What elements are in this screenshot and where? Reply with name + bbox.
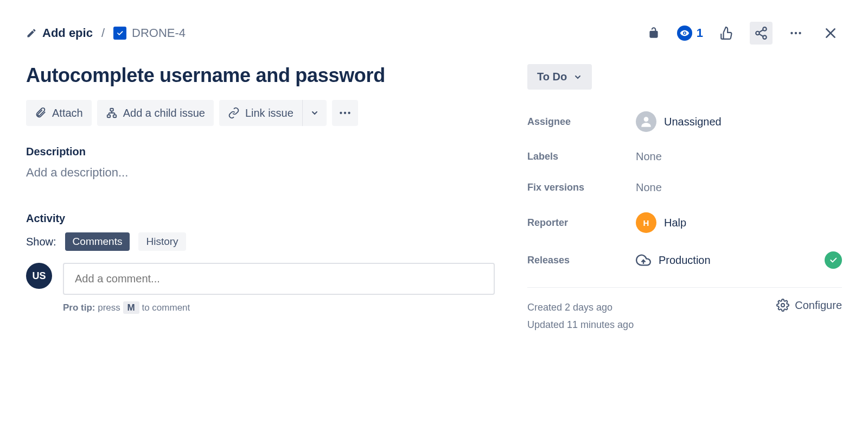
attach-button[interactable]: Attach [26, 100, 92, 126]
more-actions-button[interactable] [784, 22, 807, 45]
reporter-avatar: H [636, 212, 656, 233]
share-icon [754, 26, 768, 40]
breadcrumb-separator: / [101, 26, 105, 40]
svg-rect-12 [113, 115, 116, 118]
issue-title[interactable]: Autocomplete username and password [26, 64, 495, 87]
gear-icon [776, 299, 789, 312]
add-child-label: Add a child issue [123, 107, 205, 119]
comment-input[interactable] [63, 263, 495, 295]
svg-point-2 [763, 35, 767, 39]
issue-key-text: DRONE-4 [132, 26, 186, 40]
svg-point-13 [340, 112, 342, 114]
unassigned-avatar-icon [636, 111, 656, 132]
chevron-down-icon [310, 109, 319, 117]
labels-label: Labels [527, 151, 636, 162]
labels-field[interactable]: None [636, 150, 842, 163]
like-button[interactable] [715, 22, 738, 45]
watch-icon [677, 26, 692, 41]
svg-point-5 [790, 32, 793, 34]
description-field[interactable]: Add a description... [26, 166, 495, 180]
assignee-label: Assignee [527, 116, 636, 128]
thumbs-up-icon [719, 26, 733, 40]
svg-point-1 [756, 31, 760, 35]
header-actions: 1 [642, 22, 842, 45]
configure-label: Configure [795, 299, 842, 312]
releases-value: Production [659, 254, 711, 267]
divider [527, 287, 842, 288]
svg-point-14 [344, 112, 346, 114]
activity-heading: Activity [26, 212, 495, 225]
svg-point-0 [763, 27, 767, 31]
svg-point-16 [644, 117, 649, 122]
lock-button[interactable] [642, 22, 665, 45]
reporter-label: Reporter [527, 217, 636, 229]
issue-key-link[interactable]: DRONE-4 [113, 26, 186, 40]
pencil-icon [26, 28, 37, 39]
unlock-icon [647, 26, 661, 40]
fix-versions-label: Fix versions [527, 182, 636, 193]
close-icon [824, 26, 838, 40]
attach-label: Attach [52, 107, 83, 119]
fix-versions-field[interactable]: None [636, 181, 842, 194]
assignee-value: Unassigned [664, 116, 722, 128]
timestamps: Created 2 days ago Updated 11 minutes ag… [527, 299, 634, 334]
reporter-value: Halp [664, 217, 686, 229]
svg-point-6 [795, 32, 797, 34]
pro-tip-text: Pro tip: press M to comment [63, 302, 495, 313]
svg-point-7 [799, 32, 801, 34]
share-button[interactable] [750, 22, 773, 45]
svg-line-4 [759, 34, 763, 36]
tab-history[interactable]: History [138, 232, 186, 251]
child-issue-icon [106, 107, 118, 119]
key-badge: M [123, 301, 139, 314]
svg-rect-11 [107, 115, 110, 118]
task-type-icon [113, 27, 126, 40]
svg-point-15 [348, 112, 350, 114]
status-dropdown[interactable]: To Do [527, 64, 592, 90]
reporter-field[interactable]: H Halp [636, 212, 842, 233]
add-child-issue-button[interactable]: Add a child issue [97, 100, 214, 126]
link-issue-label: Link issue [245, 107, 293, 119]
svg-rect-10 [110, 109, 113, 111]
releases-field[interactable]: Production [636, 251, 842, 269]
more-icon [338, 106, 352, 120]
fix-versions-value: None [636, 181, 662, 194]
assignee-field[interactable]: Unassigned [636, 111, 842, 132]
svg-point-17 [781, 304, 784, 307]
more-issue-actions-button[interactable] [332, 100, 358, 126]
attachment-icon [35, 107, 47, 119]
configure-button[interactable]: Configure [776, 299, 842, 312]
user-avatar: US [26, 263, 52, 289]
release-icon [636, 252, 651, 268]
watch-count: 1 [697, 26, 703, 40]
svg-line-3 [759, 30, 763, 32]
created-text: Created 2 days ago [527, 299, 634, 316]
updated-text: Updated 11 minutes ago [527, 316, 634, 333]
chevron-down-icon [573, 73, 582, 81]
status-label: To Do [537, 71, 567, 83]
close-button[interactable] [819, 22, 842, 45]
description-heading: Description [26, 146, 495, 158]
add-epic-link[interactable]: Add epic [26, 26, 93, 40]
releases-label: Releases [527, 255, 636, 266]
more-icon [789, 26, 803, 40]
watch-button[interactable]: 1 [677, 26, 703, 41]
breadcrumb: Add epic / DRONE-4 [26, 26, 186, 40]
link-issue-dropdown[interactable] [302, 100, 327, 126]
labels-value: None [636, 150, 662, 163]
add-epic-label: Add epic [42, 26, 93, 40]
link-icon [228, 107, 240, 119]
release-status-icon [825, 251, 842, 269]
link-issue-button[interactable]: Link issue [219, 100, 302, 126]
tab-comments[interactable]: Comments [65, 232, 130, 251]
show-label: Show: [26, 236, 56, 248]
